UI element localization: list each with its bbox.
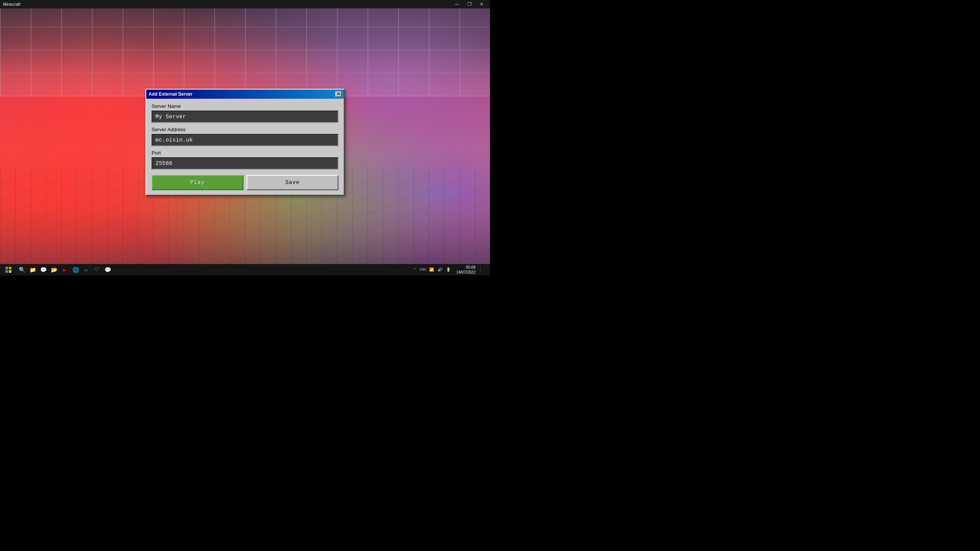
tray-keyboard[interactable]: ENG	[420, 266, 426, 273]
app-titlebar: Minecraft — ❐ ✕	[0, 0, 490, 8]
show-desktop-button[interactable]	[480, 266, 487, 274]
server-address-input[interactable]	[152, 134, 338, 146]
dialog-title: Add External Server	[149, 91, 193, 97]
add-external-server-dialog: Add External Server ✕ Server Name Server…	[145, 89, 345, 196]
dialog-overlay: Add External Server ✕ Server Name Server…	[0, 8, 490, 276]
tray-chevron[interactable]: ⌃	[411, 266, 418, 273]
save-button[interactable]: Save	[247, 175, 338, 190]
tray-volume[interactable]: 🔊	[436, 266, 443, 273]
taskbar-icon-search[interactable]: 🔍	[17, 265, 27, 274]
taskbar-icon-mail[interactable]: ✉	[81, 265, 91, 274]
dialog-titlebar: Add External Server ✕	[146, 90, 344, 99]
close-button[interactable]: ✕	[476, 0, 487, 8]
dialog-button-row: Play Save	[152, 175, 338, 190]
server-address-label: Server Address	[152, 127, 338, 132]
minimize-button[interactable]: —	[452, 0, 462, 8]
taskbar-icon-shield[interactable]: 🛡	[92, 265, 102, 274]
system-clock[interactable]: 00:08 14/07/2022	[455, 264, 477, 276]
clock-time: 00:08	[456, 265, 475, 270]
port-input[interactable]	[152, 157, 338, 170]
play-button[interactable]: Play	[152, 175, 243, 190]
taskbar-icon-folder[interactable]: 📂	[49, 265, 59, 274]
server-name-input[interactable]	[152, 111, 338, 123]
taskbar-icon-youtube[interactable]: ▶	[60, 265, 70, 274]
dialog-content: Server Name Server Address Port Play Sav…	[146, 99, 344, 195]
tray-wifi[interactable]: 📶	[428, 266, 435, 273]
restore-button[interactable]: ❐	[464, 0, 475, 8]
windows-logo-icon	[5, 267, 11, 273]
taskbar-icon-file-explorer[interactable]: 📁	[28, 265, 38, 274]
tray-battery[interactable]: 🔋	[445, 266, 452, 273]
app-title: Minecraft	[3, 2, 20, 7]
clock-date: 14/07/2022	[456, 270, 475, 275]
taskbar-icon-telegram[interactable]: 💬	[38, 265, 48, 274]
taskbar: 🔍 📁 💬 📂 ▶ 🌐 ✉ 🛡 💬 ⌃ ENG 📶 🔊 🔋 00:08 14/0…	[0, 264, 490, 276]
window-controls: — ❐ ✕	[452, 0, 487, 8]
system-tray: ⌃ ENG 📶 🔊 🔋	[411, 266, 452, 273]
start-button[interactable]	[3, 266, 14, 274]
taskbar-icon-browser[interactable]: 🌐	[70, 265, 80, 274]
taskbar-pinned-icons: 🔍 📁 💬 📂 ▶ 🌐 ✉ 🛡 💬	[17, 265, 113, 274]
taskbar-right: ⌃ ENG 📶 🔊 🔋 00:08 14/07/2022	[411, 264, 487, 276]
port-label: Port	[152, 150, 338, 156]
server-name-label: Server Name	[152, 103, 338, 109]
taskbar-icon-chat[interactable]: 💬	[103, 265, 113, 274]
dialog-close-button[interactable]: ✕	[335, 91, 341, 97]
